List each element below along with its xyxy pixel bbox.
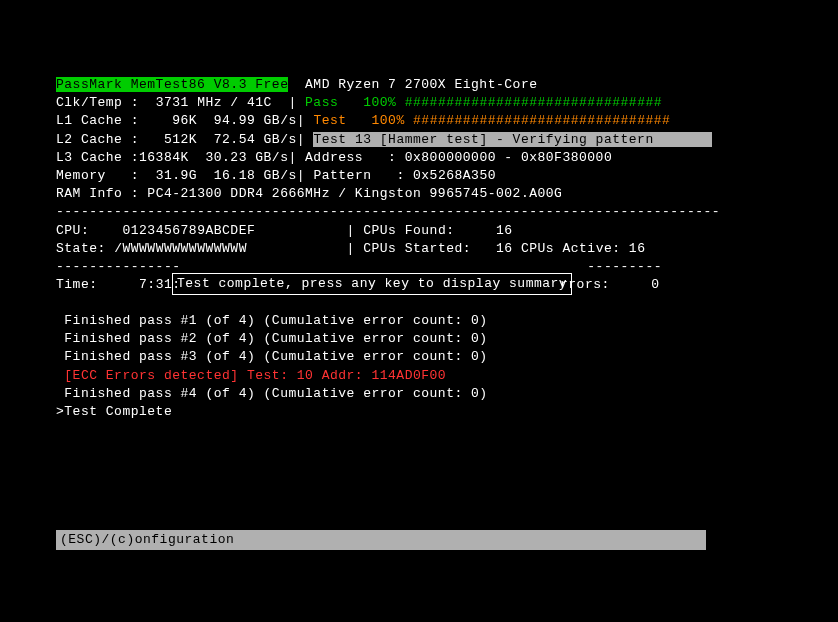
title-row: PassMark MemTest86 V8.3 Free AMD Ryzen 7… — [56, 76, 782, 94]
state-value: /WWWWWWWWWWWWWWW — [114, 241, 247, 256]
divider-left: --------------- — [56, 259, 181, 274]
log-ecc-error: [ECC Errors detected] Test: 10 Addr: 114… — [56, 367, 782, 385]
l3-row: L3 Cache :16384K 30.23 GB/s| Address : 0… — [56, 149, 782, 167]
clk-value: 3731 MHz / 41C — [156, 95, 272, 110]
l2-label: L2 Cache : — [56, 132, 139, 147]
divider-right: --------- — [587, 259, 662, 274]
raminfo-label: RAM Info : — [56, 186, 139, 201]
state-row: State: /WWWWWWWWWWWWWWW | CPUs Started: … — [56, 240, 782, 258]
state-label: State: — [56, 241, 106, 256]
found-label: CPUs Found: — [363, 223, 454, 238]
cpu-name: AMD Ryzen 7 2700X Eight-Core — [305, 77, 537, 92]
test-label: Test — [313, 113, 346, 128]
cpu-row: CPU: 0123456789ABCDEF | CPUs Found: 16 — [56, 222, 782, 240]
pass-label: Pass — [305, 95, 338, 110]
l1-label: L1 Cache : — [56, 113, 139, 128]
current-test: Test 13 [Hammer test] - Verifying patter… — [313, 132, 711, 147]
raminfo-row: RAM Info : PC4-21300 DDR4 2666MHz / King… — [56, 185, 782, 203]
cpu-cores: 0123456789ABCDEF — [122, 223, 255, 238]
divider-1: ----------------------------------------… — [56, 203, 782, 221]
active-value: 16 — [629, 241, 646, 256]
log-pass4: Finished pass #4 (of 4) (Cumulative erro… — [56, 385, 782, 403]
started-label: CPUs Started: — [363, 241, 471, 256]
test-bar: ############################### — [413, 113, 670, 128]
log-complete: >Test Complete — [56, 403, 782, 421]
started-value: 16 — [496, 241, 513, 256]
pattern-label: Pattern — [313, 168, 371, 183]
mem-row: Memory : 31.9G 16.18 GB/s| Pattern : 0x5… — [56, 167, 782, 185]
l1-row: L1 Cache : 96K 94.99 GB/s| Test 100% ###… — [56, 112, 782, 130]
log-pass2: Finished pass #2 (of 4) (Cumulative erro… — [56, 330, 782, 348]
cpu-label: CPU: — [56, 223, 89, 238]
addr-value: 0x800000000 - 0x80F380000 — [405, 150, 613, 165]
main-content: PassMark MemTest86 V8.3 Free AMD Ryzen 7… — [56, 76, 782, 421]
l2-row: L2 Cache : 512K 72.54 GB/s| Test 13 [Ham… — [56, 131, 782, 149]
time-label: Time: — [56, 277, 98, 292]
test-pct: 100% — [372, 113, 405, 128]
l3-size: 16384K — [139, 150, 189, 165]
l1-bw: 94.99 GB/s — [214, 113, 297, 128]
l2-bw: 72.54 GB/s — [214, 132, 297, 147]
footer-bar[interactable]: (ESC)/(c)onfiguration — [56, 530, 706, 550]
addr-label: Address — [305, 150, 363, 165]
log-pass1: Finished pass #1 (of 4) (Cumulative erro… — [56, 312, 782, 330]
l3-label: L3 Cache : — [56, 150, 139, 165]
log-pass3: Finished pass #3 (of 4) (Cumulative erro… — [56, 348, 782, 366]
pass-pct: 100% — [363, 95, 396, 110]
pattern-value: 0x5268A350 — [413, 168, 496, 183]
l3-bw: 30.23 GB/s — [205, 150, 288, 165]
app-title: PassMark MemTest86 V8.3 Free — [56, 77, 288, 92]
errors-label: rrors: — [560, 277, 610, 292]
found-value: 16 — [496, 223, 513, 238]
status-row: Time: 7:31: Test complete, press any key… — [56, 276, 782, 294]
errors-value: 0 — [651, 277, 659, 292]
clk-label: Clk/Temp : — [56, 95, 139, 110]
mem-label: Memory : — [56, 168, 139, 183]
clk-row: Clk/Temp : 3731 MHz / 41C | Pass 100% ##… — [56, 94, 782, 112]
l1-size: 96K — [172, 113, 197, 128]
mem-bw: 16.18 GB/s — [214, 168, 297, 183]
pass-bar: ############################### — [405, 95, 662, 110]
active-label: CPUs Active: — [521, 241, 621, 256]
complete-msg-box[interactable]: Test complete, press any key to display … — [172, 273, 572, 295]
mem-size: 31.9G — [156, 168, 198, 183]
raminfo-value: PC4-21300 DDR4 2666MHz / Kingston 996574… — [147, 186, 562, 201]
l2-size: 512K — [164, 132, 197, 147]
